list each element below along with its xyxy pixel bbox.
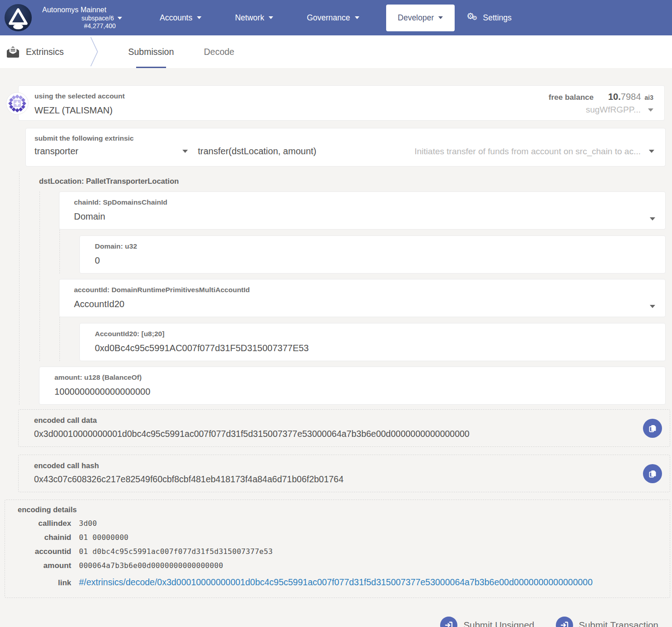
breadcrumb: Extrinsics Submission Decode <box>0 35 672 68</box>
param-accountid-value[interactable]: AccountId20 <box>74 298 656 310</box>
top-nav-bar: Autonomys Mainnet subspace/6 #4,277,400 … <box>0 0 672 35</box>
breadcrumb-chevron-icon <box>90 37 99 67</box>
chevron-down-icon <box>118 17 122 20</box>
decode-link[interactable]: #/extrinsics/decode/0x3d00010000000001d0… <box>79 577 593 588</box>
page-title: Extrinsics <box>26 47 64 57</box>
autonomys-logo-icon[interactable] <box>4 4 32 32</box>
tab-submission[interactable]: Submission <box>128 35 174 68</box>
pallet-name: transporter <box>34 146 78 157</box>
chain-spec-label: subspace/6 <box>81 15 114 23</box>
encoded-call-data-value: 0x3d00010000000001d0bc4c95c5991ac007f077… <box>34 427 661 440</box>
free-balance-label: free balance <box>549 93 594 102</box>
tab-bar: Submission Decode <box>128 35 234 68</box>
chevron-down-icon <box>650 305 655 308</box>
nav-network[interactable]: Network <box>218 13 290 23</box>
chevron-down-icon <box>649 150 654 153</box>
pallet-dropdown[interactable]: transporter <box>34 146 198 157</box>
nav-accounts[interactable]: Accounts <box>143 13 218 23</box>
encoded-call-hash-value: 0x43c07c608326c217e82549f60cbf8cbf481eb4… <box>34 473 661 485</box>
nav-developer[interactable]: Developer <box>386 5 455 31</box>
gears-icon: ⚙⚙ <box>466 12 479 24</box>
encoded-call-data-section: encoded call data 0x3d00010000000001d0bc… <box>18 409 670 447</box>
detail-row-accountid: accountid 01 d0bc4c95c5991ac007f077d31f5… <box>13 547 662 556</box>
balance-fraction: 7984 <box>621 92 641 102</box>
param-chainid: chainId: SpDomainsChainId Domain <box>59 191 666 230</box>
nav-governance[interactable]: Governance <box>290 13 376 23</box>
copy-call-data-button[interactable] <box>643 419 662 438</box>
encoding-details-section: encoding details callindex 3d00 chainid … <box>5 500 670 598</box>
submit-unsigned-button[interactable]: Submit Unsigned <box>440 617 534 627</box>
chain-title: Autonomys Mainnet <box>42 5 122 15</box>
extrinsics-envelope-icon <box>7 46 19 58</box>
chevron-down-icon <box>269 16 273 19</box>
param-amount: amount: u128 (BalanceOf) 100000000000000… <box>39 367 666 405</box>
param-domain-input[interactable]: 0 <box>95 254 656 267</box>
detail-row-link: link #/extrinsics/decode/0x3d00010000000… <box>13 577 662 588</box>
call-signature: transfer(dstLocation, amount) <box>198 146 316 157</box>
param-chainid-value[interactable]: Domain <box>74 210 656 223</box>
encoded-call-hash-label: encoded call hash <box>34 461 661 470</box>
extrinsic-selector-label: submit the following extrinsic <box>34 134 656 143</box>
chevron-down-icon <box>438 16 443 19</box>
chain-info: Autonomys Mainnet subspace/6 #4,277,400 <box>42 5 122 30</box>
copy-icon <box>648 424 657 433</box>
encoding-details-title: encoding details <box>13 505 662 514</box>
submit-actions: Submit Unsigned Submit Transaction <box>0 617 658 627</box>
account-identicon[interactable] <box>6 92 29 115</box>
balance-integer: 10. <box>608 92 621 102</box>
chevron-down-icon <box>182 150 188 153</box>
sign-in-icon <box>556 617 573 627</box>
block-number: #4,277,400 <box>42 22 122 30</box>
param-amount-input[interactable]: 1000000000000000000 <box>54 385 656 398</box>
tab-decode[interactable]: Decode <box>204 35 234 68</box>
chain-spec-dropdown[interactable]: subspace/6 <box>42 15 122 23</box>
account-name[interactable]: WEZL (TALISMAN) <box>34 104 125 117</box>
account-selector: using the selected account WEZL (TALISMA… <box>18 85 665 121</box>
encoded-call-hash-section: encoded call hash 0x43c07c608326c217e825… <box>18 455 670 492</box>
copy-call-hash-button[interactable] <box>643 464 662 483</box>
detail-row-chainid: chainid 01 00000000 <box>13 533 662 542</box>
params-tree: dstLocation: PalletTransporterLocation c… <box>19 171 666 405</box>
call-description: Initiates transfer of funds from account… <box>415 147 641 157</box>
account-address-dropdown[interactable]: sugWfRGPP... <box>549 105 653 115</box>
chevron-down-icon <box>648 108 653 112</box>
detail-row-callindex: callindex 3d00 <box>13 519 662 528</box>
param-accountid-label: accountId: DomainRuntimePrimitivesMultiA… <box>74 285 656 294</box>
call-dropdown[interactable]: transfer(dstLocation, amount) Initiates … <box>198 146 656 157</box>
extrinsic-selector: submit the following extrinsic transport… <box>25 128 666 167</box>
app-window: Autonomys Mainnet subspace/6 #4,277,400 … <box>0 0 672 627</box>
param-domain: Domain: u32 0 <box>79 235 666 274</box>
extrinsics-form: using the selected account WEZL (TALISMA… <box>0 85 672 627</box>
detail-row-amount: amount 000064a7b3b6e00d0000000000000000 <box>13 561 662 570</box>
param-accountid20: AccountId20: [u8;20] 0xd0Bc4c95c5991AC00… <box>79 323 666 361</box>
param-domain-label: Domain: u32 <box>95 242 656 251</box>
param-accountid20-input[interactable]: 0xd0Bc4c95c5991AC007f077d31F5D315007377E… <box>95 342 656 354</box>
chevron-down-icon <box>355 16 359 19</box>
balance-unit: ai3 <box>645 94 653 101</box>
chevron-down-icon <box>650 217 655 220</box>
chevron-down-icon <box>197 16 201 19</box>
param-accountid: accountId: DomainRuntimePrimitivesMultiA… <box>59 279 666 317</box>
param-accountid20-label: AccountId20: [u8;20] <box>95 329 656 338</box>
account-selector-label: using the selected account <box>34 92 125 101</box>
sign-in-icon <box>440 617 457 627</box>
copy-icon <box>648 469 657 478</box>
param-dstlocation-label: dstLocation: PalletTransporterLocation <box>20 171 666 191</box>
nav-settings[interactable]: ⚙⚙ Settings <box>463 12 511 24</box>
param-amount-label: amount: u128 (BalanceOf) <box>54 373 656 382</box>
account-address-short: sugWfRGPP... <box>586 105 641 115</box>
free-balance: free balance 10.7984 ai3 <box>549 92 653 102</box>
submit-transaction-button[interactable]: Submit Transaction <box>556 617 658 627</box>
main-nav: Accounts Network Governance Developer ⚙⚙… <box>143 5 512 31</box>
encoded-call-data-label: encoded call data <box>34 416 661 425</box>
param-chainid-label: chainId: SpDomainsChainId <box>74 198 656 207</box>
